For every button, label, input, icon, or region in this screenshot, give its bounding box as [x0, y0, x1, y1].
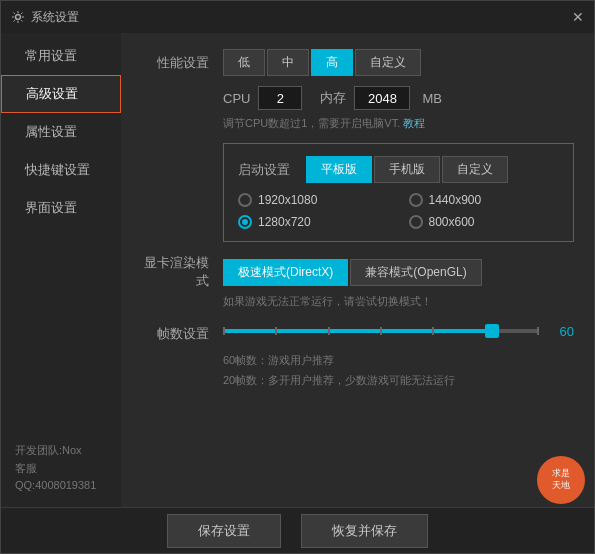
perf-btn-high[interactable]: 高 [311, 49, 353, 76]
sidebar-item-properties[interactable]: 属性设置 [1, 113, 121, 151]
fps-value: 60 [549, 324, 574, 339]
res-800[interactable]: 800x600 [409, 215, 560, 229]
startup-tab-phone[interactable]: 手机版 [374, 156, 440, 183]
gpu-hint: 如果游戏无法正常运行，请尝试切换模式！ [223, 294, 574, 309]
ram-label: 内存 [320, 89, 346, 107]
cpu-hint-row: 调节CPU数超过1，需要开启电脑VT. 教程 [223, 116, 574, 131]
watermark-text: 求是天地 [552, 468, 570, 491]
gpu-row: 显卡渲染模式 极速模式(DirectX) 兼容模式(OpenGL) [141, 254, 574, 290]
sidebar-bottom: 开发团队:Nox 客服QQ:4008019381 [1, 430, 121, 507]
gpu-label: 显卡渲染模式 [141, 254, 209, 290]
dev-team: 开发团队:Nox [15, 442, 107, 460]
res-1280[interactable]: 1280x720 [238, 215, 389, 229]
cpu-ram-row: CPU 内存 MB [223, 86, 574, 110]
sidebar-label-advanced: 高级设置 [26, 85, 78, 103]
radio-1920 [238, 193, 252, 207]
startup-tab-group: 平板版 手机版 自定义 [306, 156, 508, 183]
radio-1440 [409, 193, 423, 207]
performance-row: 性能设置 低 中 高 自定义 [141, 49, 574, 76]
main-area: 常用设置 高级设置 属性设置 快捷键设置 界面设置 开发团队:Nox 客服QQ:… [1, 33, 594, 507]
startup-tab-custom[interactable]: 自定义 [442, 156, 508, 183]
settings-icon [11, 10, 25, 24]
gpu-hint-text: 如果游戏无法正常运行，请尝试切换模式！ [223, 295, 432, 307]
support-qq: 客服QQ:4008019381 [15, 460, 107, 495]
sidebar-label-general: 常用设置 [25, 47, 77, 65]
titlebar-left: 系统设置 [11, 9, 79, 26]
perf-btn-mid[interactable]: 中 [267, 49, 309, 76]
content: 性能设置 低 中 高 自定义 CPU 内存 MB 调节CPU数超过1，需要开启电… [121, 33, 594, 507]
perf-btn-low[interactable]: 低 [223, 49, 265, 76]
res-label-800: 800x600 [429, 215, 475, 229]
slider-thumb [485, 324, 499, 338]
svg-point-0 [16, 15, 21, 20]
resolution-group: 1920x1080 1440x900 1280x720 800x600 [238, 193, 559, 229]
sidebar-item-ui[interactable]: 界面设置 [1, 189, 121, 227]
perf-btn-custom[interactable]: 自定义 [355, 49, 421, 76]
radio-800 [409, 215, 423, 229]
res-1920[interactable]: 1920x1080 [238, 193, 389, 207]
startup-inner: 启动设置 平板版 手机版 自定义 [238, 156, 559, 183]
sidebar-label-shortcuts: 快捷键设置 [25, 161, 90, 179]
slider-track [223, 329, 539, 333]
res-label-1920: 1920x1080 [258, 193, 317, 207]
ram-input[interactable] [354, 86, 410, 110]
performance-btn-group: 低 中 高 自定义 [223, 49, 421, 76]
sidebar-label-properties: 属性设置 [25, 123, 77, 141]
res-label-1440: 1440x900 [429, 193, 482, 207]
watermark: 求是天地 [537, 456, 585, 504]
cpu-hint-text: 调节CPU数超过1，需要开启电脑VT. [223, 117, 400, 129]
tick-7 [537, 327, 539, 335]
startup-section: 启动设置 平板版 手机版 自定义 1920x1080 [141, 143, 574, 242]
fps-section-row: 帧数设置 [141, 321, 574, 347]
sidebar-item-advanced[interactable]: 高级设置 [1, 75, 121, 113]
startup-label: 启动设置 [238, 161, 290, 179]
sidebar-label-ui: 界面设置 [25, 199, 77, 217]
fps-slider-row: 60 [223, 321, 574, 341]
cpu-label: CPU [223, 91, 250, 106]
gpu-btn-group: 极速模式(DirectX) 兼容模式(OpenGL) [223, 259, 482, 286]
titlebar: 系统设置 ✕ [1, 1, 594, 33]
fps-slider[interactable] [223, 321, 539, 341]
performance-label: 性能设置 [141, 54, 209, 72]
titlebar-title: 系统设置 [31, 9, 79, 26]
vt-link[interactable]: 教程 [403, 117, 425, 129]
res-1440[interactable]: 1440x900 [409, 193, 560, 207]
startup-box: 启动设置 平板版 手机版 自定义 1920x1080 [223, 143, 574, 242]
window: 系统设置 ✕ 常用设置 高级设置 属性设置 快捷键设置 界面设置 开发团队:No… [0, 0, 595, 554]
save-button[interactable]: 保存设置 [167, 514, 281, 548]
bottom-bar: 保存设置 恢复并保存 [1, 507, 594, 553]
sidebar-item-shortcuts[interactable]: 快捷键设置 [1, 151, 121, 189]
gpu-btn-directx[interactable]: 极速模式(DirectX) [223, 259, 348, 286]
res-label-1280: 1280x720 [258, 215, 311, 229]
gpu-btn-opengl[interactable]: 兼容模式(OpenGL) [350, 259, 481, 286]
restore-save-button[interactable]: 恢复并保存 [301, 514, 428, 548]
radio-1280 [238, 215, 252, 229]
close-button[interactable]: ✕ [572, 9, 584, 25]
fps-hint-2: 20帧数：多开用户推荐，少数游戏可能无法运行 [223, 371, 574, 391]
fps-hint: 60帧数：游戏用户推荐 20帧数：多开用户推荐，少数游戏可能无法运行 [223, 351, 574, 391]
sidebar: 常用设置 高级设置 属性设置 快捷键设置 界面设置 开发团队:Nox 客服QQ:… [1, 33, 121, 507]
startup-tab-tablet[interactable]: 平板版 [306, 156, 372, 183]
fps-hint-1: 60帧数：游戏用户推荐 [223, 351, 574, 371]
slider-fill [223, 329, 492, 333]
ram-unit: MB [422, 91, 442, 106]
fps-label: 帧数设置 [141, 325, 209, 343]
sidebar-item-general[interactable]: 常用设置 [1, 37, 121, 75]
cpu-input[interactable] [258, 86, 302, 110]
